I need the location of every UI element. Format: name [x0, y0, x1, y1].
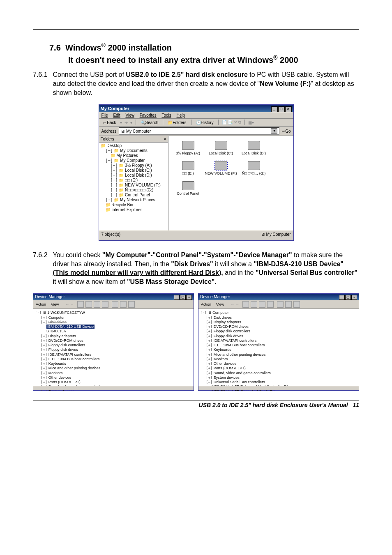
- close-button[interactable]: ×: [351, 295, 357, 300]
- toolbar-icon[interactable]: [77, 301, 84, 308]
- toolbar-icon[interactable]: [285, 301, 292, 308]
- tree-item[interactable]: [+] Sound, video and game controllers: [200, 371, 357, 375]
- menu-action[interactable]: Action: [36, 302, 46, 306]
- tree-item[interactable]: [−] Universal Serial Bus controllers: [200, 380, 357, 385]
- tree-item[interactable]: 📁 Desktop: [101, 143, 168, 148]
- search-button[interactable]: 🔍Search: [139, 120, 160, 125]
- tree-item[interactable]: [+] Disk drives: [200, 315, 357, 320]
- titlebar[interactable]: Device Manager _▢×: [198, 294, 359, 300]
- menu-view[interactable]: View: [51, 302, 59, 306]
- tree-item[interactable]: [+] DVD/CD-ROM drives: [200, 325, 357, 329]
- drive-icon[interactable]: □□ (E:): [172, 161, 205, 175]
- tree-root[interactable]: [-] 🖥 1-WCKUNFC8GZTYW: [35, 311, 192, 315]
- menu-view[interactable]: View: [125, 113, 134, 117]
- toolbar-icon[interactable]: [85, 301, 92, 308]
- drive-icon[interactable]: NEW VOLUME (F:): [205, 161, 238, 175]
- drive-icon[interactable]: 3½ Floppy (A:): [172, 141, 205, 155]
- tree-item[interactable]: [+] Display adapters: [200, 320, 357, 325]
- tree-item[interactable]: [+] Ports (COM & LPT): [200, 366, 357, 371]
- tree-item[interactable]: [+] 📁 Control Panel: [101, 193, 168, 198]
- tree-item[interactable]: [+] Floppy disk drives: [35, 348, 192, 352]
- tree-item[interactable]: [+] DVD/CD-ROM drives: [35, 339, 192, 343]
- tree-root[interactable]: [-] 🖥 Computer: [200, 311, 357, 315]
- tree-item[interactable]: [+] System devices: [200, 375, 357, 380]
- tree-item[interactable]: [+] 📁 3½ Floppy (A:): [101, 163, 168, 168]
- tree-item[interactable]: [+] Display adapters: [35, 334, 192, 339]
- drive-icon[interactable]: Control Panel: [172, 181, 205, 196]
- tree-item[interactable]: [+] IDE ATA/ATAPI controllers: [35, 352, 192, 357]
- menu-action[interactable]: Action: [201, 302, 211, 306]
- menu-edit[interactable]: Edit: [113, 113, 120, 117]
- tree-item[interactable]: [+] 📁 My Network Places: [101, 198, 168, 203]
- close-folders-icon[interactable]: ×: [164, 137, 166, 141]
- drive-icon[interactable]: Local Disk (C:): [205, 141, 238, 155]
- menu-file[interactable]: File: [101, 113, 108, 117]
- history-button[interactable]: 🕒History: [195, 120, 215, 125]
- toolbar-icon[interactable]: [102, 301, 108, 308]
- tree-item[interactable]: [+] 📁 Ñ□□×□□□□ (G:): [101, 188, 168, 193]
- tree-item[interactable]: ST340015A: [35, 329, 192, 334]
- tree-item[interactable]: [+] Floppy disk drives: [200, 334, 357, 339]
- tree-item[interactable]: [+] Mice and other pointing devices: [200, 352, 357, 357]
- toolbar-icon[interactable]: [94, 301, 100, 308]
- maximize-button[interactable]: □: [278, 106, 285, 112]
- tree-item[interactable]: [+] Computer: [35, 315, 192, 320]
- close-button[interactable]: ×: [285, 106, 292, 112]
- tree-item[interactable]: [−] Disk drives: [35, 320, 192, 325]
- tree-item[interactable]: [+] Monitors: [200, 357, 357, 362]
- titlebar[interactable]: My Computer _□×: [99, 105, 293, 112]
- tree-item[interactable]: [+] 📁 □□ (E:): [101, 178, 168, 183]
- device-tree[interactable]: [-] 🖥 1-WCKUNFC8GZTYW[+] Computer[−] Dis…: [33, 309, 194, 391]
- tree-item[interactable]: [+] Floppy disk controllers: [35, 343, 192, 348]
- back-button[interactable]: ⇦ Back: [101, 120, 118, 125]
- tree-item[interactable]: [+] Floppy disk controllers: [200, 329, 357, 334]
- menu-view[interactable]: View: [216, 302, 224, 306]
- titlebar[interactable]: Device Manager _▢×: [33, 294, 194, 300]
- folders-button[interactable]: 📁Folders: [166, 120, 187, 125]
- tree-item[interactable]: 📁 Internet Explorer: [101, 207, 168, 212]
- tree-item[interactable]: [−] 📁 My Documents: [101, 148, 168, 153]
- tree-item[interactable]: [+] IDE ATA/ATAPI controllers: [200, 339, 357, 343]
- toolbar-icon[interactable]: [277, 301, 284, 308]
- address-input[interactable]: 🖥 My Computer ▾: [119, 127, 279, 135]
- tree-item[interactable]: [+] Keyboards: [35, 362, 192, 366]
- address-dropdown[interactable]: ▾: [271, 128, 277, 134]
- toolbar-icon[interactable]: [251, 301, 257, 308]
- tree-item[interactable]: [+] Monitors: [35, 371, 192, 375]
- tree-item[interactable]: [−] 📁 My Computer: [101, 158, 168, 163]
- go-button[interactable]: ⇨Go: [282, 129, 291, 134]
- tree-item[interactable]: [+] 📁 Local Disk (C:): [101, 168, 168, 173]
- folder-tree[interactable]: 📁 Desktop[−] 📁 My Documents📁 My Pictures…: [101, 143, 168, 212]
- tree-item[interactable]: IBM-DJSA -210 USB Device: [35, 325, 192, 329]
- menu-help[interactable]: Help: [177, 113, 185, 117]
- toolbar-icon[interactable]: [128, 301, 135, 308]
- drive-icon[interactable]: Ñ□ □×□… (G:): [238, 161, 270, 175]
- tree-item[interactable]: [+] Ports (COM & LPT): [35, 380, 192, 385]
- toolbar-icon[interactable]: [293, 301, 300, 308]
- drive-icon[interactable]: Local Disk (D:): [238, 141, 270, 155]
- menu-tools[interactable]: Tools: [161, 113, 171, 117]
- menu-favorites[interactable]: Favorites: [140, 113, 157, 117]
- tree-item[interactable]: [+] 📁 Local Disk (D:): [101, 173, 168, 178]
- toolbar-icon[interactable]: [242, 301, 249, 308]
- device-tree[interactable]: [-] 🖥 Computer[+] Disk drives[+] Display…: [198, 309, 359, 391]
- tree-item[interactable]: [+] 📁 NEW VOLUME (F:): [101, 183, 168, 188]
- toolbar-icon[interactable]: [259, 301, 265, 308]
- minimize-button[interactable]: _: [339, 295, 345, 300]
- tree-item[interactable]: [+] Keyboards: [200, 348, 357, 352]
- tree-item[interactable]: [+] IEEE 1394 Bus host controllers: [35, 357, 192, 362]
- tree-item[interactable]: [+] IEEE 1394 Bus host controllers: [200, 343, 357, 348]
- tree-item[interactable]: 📁 Recycle Bin: [101, 203, 168, 207]
- toolbar-icon[interactable]: [120, 301, 127, 308]
- maximize-button[interactable]: ▢: [180, 295, 186, 300]
- toolbar-icon[interactable]: [267, 301, 274, 308]
- tree-item[interactable]: 📁 My Pictures: [101, 153, 168, 158]
- toolbar-icon[interactable]: [112, 301, 118, 308]
- close-button[interactable]: ×: [186, 295, 192, 300]
- drive-icons[interactable]: 3½ Floppy (A:)Local Disk (C:)Local Disk …: [168, 136, 293, 230]
- tree-item[interactable]: [+] Mice and other pointing devices: [35, 366, 192, 371]
- tree-item[interactable]: [+] Other devices: [35, 375, 192, 380]
- tree-item[interactable]: [+] Other devices: [200, 362, 357, 366]
- minimize-button[interactable]: _: [174, 295, 180, 300]
- maximize-button[interactable]: ▢: [345, 295, 351, 300]
